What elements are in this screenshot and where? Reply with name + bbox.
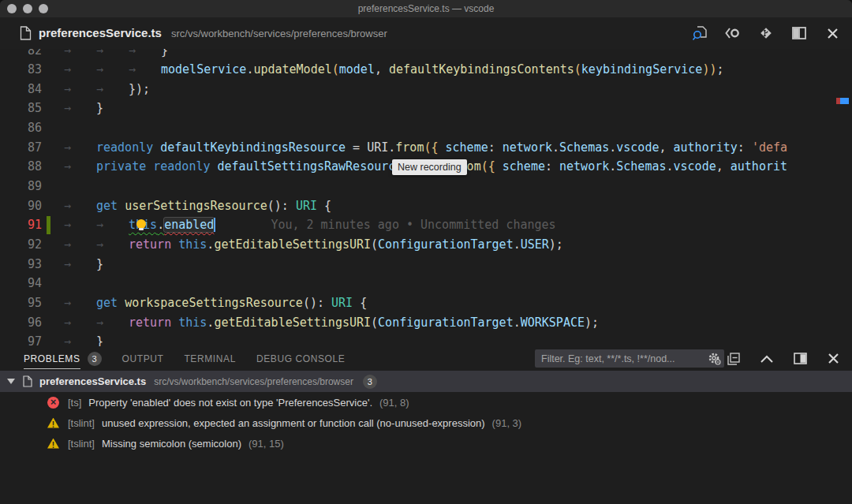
code-token: URI xyxy=(331,296,353,310)
code-token: getEditableSettingsURI xyxy=(214,237,371,252)
code-line[interactable]: 95→get workspaceSettingsResource(): URI … xyxy=(0,293,852,312)
search-editor-icon[interactable] xyxy=(691,24,708,42)
problems-filter-input[interactable] xyxy=(541,353,707,364)
line-number[interactable]: 93 xyxy=(0,257,42,271)
code-token: modelService xyxy=(161,62,246,77)
code-editor[interactable]: 82→→→}83→→→modelService.updateModel(mode… xyxy=(0,49,852,346)
code-token: ( xyxy=(371,315,378,330)
code-line-content: →→return this.getEditableSettingsURI(Con… xyxy=(64,312,599,332)
problems-file-row[interactable]: preferencesService.ts src/vs/workbench/s… xyxy=(0,371,852,392)
whitespace-tab-arrow: → xyxy=(64,296,96,310)
line-number[interactable]: 90 xyxy=(0,199,42,213)
code-line[interactable]: 96→→return this.getEditableSettingsURI(C… xyxy=(0,312,852,332)
whitespace-tab-arrow: → xyxy=(64,218,96,232)
line-number[interactable]: 94 xyxy=(0,276,42,290)
code-token: . xyxy=(609,140,616,155)
problem-row[interactable]: [ts]Property 'enabled' does not exist on… xyxy=(0,392,852,413)
code-line[interactable]: 91→→this.enabledYou, 2 minutes ago • Unc… xyxy=(0,215,852,235)
line-number[interactable]: 92 xyxy=(0,237,42,252)
text-cursor xyxy=(214,218,215,232)
code-line[interactable]: 87→readonly defaultKeybindingsResource =… xyxy=(0,137,852,157)
line-number[interactable]: 96 xyxy=(0,315,42,330)
close-panel-icon[interactable] xyxy=(824,350,842,368)
code-line[interactable]: 82→→→} xyxy=(0,49,852,60)
open-preview-icon[interactable] xyxy=(724,24,742,42)
whitespace-tab-arrow: → xyxy=(96,82,129,96)
line-number[interactable]: 89 xyxy=(0,179,42,193)
code-token: (): xyxy=(303,296,331,310)
split-editor-icon[interactable] xyxy=(790,24,808,42)
code-line[interactable]: 90→get userSettingsResource(): URI { xyxy=(0,196,852,215)
code-token: , xyxy=(375,62,389,77)
code-token: } xyxy=(96,101,103,115)
code-line-content: →readonly defaultKeybindingsResource = U… xyxy=(64,137,787,157)
code-line[interactable]: 83→→→modelService.updateModel(model, def… xyxy=(0,60,852,80)
open-changes-icon[interactable] xyxy=(757,24,775,42)
problem-location: (91, 8) xyxy=(379,397,409,409)
problem-row[interactable]: [tslint]Missing semicolon (semicolon)(91… xyxy=(0,433,852,454)
code-line[interactable]: 92→→return this.getEditableSettingsURI(C… xyxy=(0,235,852,255)
code-token: }); xyxy=(129,82,150,96)
whitespace-tab-arrow: → xyxy=(64,199,96,213)
close-editor-icon[interactable] xyxy=(824,24,841,42)
gutter: 95 xyxy=(0,293,64,312)
gutter: 83 xyxy=(0,60,64,80)
code-token: scheme xyxy=(446,140,488,155)
tab-problems[interactable]: PROBLEMS 3 xyxy=(24,352,102,366)
code-line[interactable]: 97→} xyxy=(0,332,852,346)
gutter: 89 xyxy=(0,177,64,196)
problem-location: (91, 15) xyxy=(248,438,284,450)
code-token: URI xyxy=(367,140,388,155)
gutter: 88 xyxy=(0,157,64,177)
code-line-content: →get workspaceSettingsResource(): URI { xyxy=(64,293,367,312)
line-number[interactable]: 84 xyxy=(0,82,42,96)
problems-list: [ts]Property 'enabled' does not exist on… xyxy=(0,392,852,454)
gutter: 86 xyxy=(0,118,64,138)
line-number[interactable]: 88 xyxy=(0,159,42,174)
code-line[interactable]: 93→} xyxy=(0,254,852,274)
whitespace-tab-arrow: → xyxy=(64,257,96,271)
line-number[interactable]: 82 xyxy=(0,49,42,58)
panel-layout-icon[interactable] xyxy=(791,350,809,368)
code-line[interactable]: 94 xyxy=(0,274,852,293)
tab-terminal[interactable]: TERMINAL xyxy=(184,353,235,364)
collapse-all-icon[interactable] xyxy=(725,350,742,368)
line-number[interactable]: 86 xyxy=(0,121,42,135)
lightbulb-icon[interactable] xyxy=(136,219,146,229)
chevron-expanded-icon[interactable] xyxy=(7,379,15,384)
line-number[interactable]: 85 xyxy=(0,101,42,115)
code-line[interactable]: 86 xyxy=(0,118,852,138)
code-line[interactable]: 89 xyxy=(0,177,852,196)
code-token: )) xyxy=(702,62,716,77)
problem-source: [tslint] xyxy=(68,438,95,450)
gutter: 87 xyxy=(0,137,64,157)
code-line-content: →→this.enabledYou, 2 minutes ago • Uncom… xyxy=(64,215,556,235)
tab-debug-console[interactable]: DEBUG CONSOLE xyxy=(256,353,346,364)
line-number[interactable]: 97 xyxy=(0,334,42,346)
code-token: authorit xyxy=(731,159,787,174)
whitespace-tab-arrow: → xyxy=(64,334,96,346)
code-token: = xyxy=(346,140,367,155)
code-token: . xyxy=(514,237,521,252)
code-line-content: →→return this.getEditableSettingsURI(Con… xyxy=(64,235,563,255)
problem-row[interactable]: [tslint]unused expression, expected an a… xyxy=(0,413,852,433)
line-number[interactable]: 87 xyxy=(0,140,42,155)
titlebar: preferencesService.ts — vscode xyxy=(0,0,852,17)
code-line-content: →} xyxy=(64,254,103,274)
code-token: Schemas xyxy=(616,159,666,174)
line-number[interactable]: 91 xyxy=(0,218,42,232)
code-line[interactable]: 85→} xyxy=(0,99,852,118)
gutter: 92 xyxy=(0,235,64,255)
error-icon xyxy=(47,397,59,409)
code-line[interactable]: 84→→}); xyxy=(0,79,852,99)
maximize-panel-icon[interactable] xyxy=(758,350,775,368)
code-token: USER xyxy=(521,237,549,252)
line-number[interactable]: 95 xyxy=(0,296,42,310)
file-icon xyxy=(20,26,32,40)
problems-filter xyxy=(535,349,724,368)
filter-gear-icon[interactable] xyxy=(707,352,721,366)
code-token: . xyxy=(514,315,521,330)
line-number[interactable]: 83 xyxy=(0,62,42,77)
whitespace-tab-arrow: → xyxy=(64,237,96,252)
tab-output[interactable]: OUTPUT xyxy=(122,353,164,364)
